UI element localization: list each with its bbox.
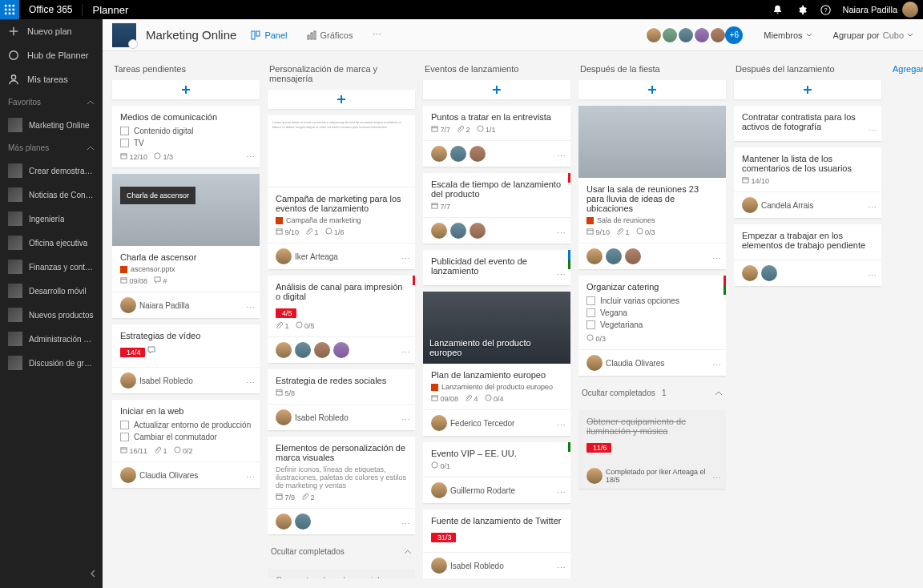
add-bucket-button[interactable]: Agregar nue <box>889 61 923 578</box>
checklist-item[interactable]: Actualizar entorno de producción <box>120 419 252 431</box>
notifications-icon[interactable] <box>766 0 790 19</box>
checkbox-icon[interactable] <box>120 421 129 429</box>
checklist-item[interactable]: Contenido digital <box>120 125 252 137</box>
card-more-icon[interactable]: ⋯ <box>557 228 566 239</box>
favorite-plan[interactable]: Marketing Online <box>0 113 103 137</box>
plan-item[interactable]: Discusión de grupo <box>0 351 103 375</box>
tab-panel[interactable]: Panel <box>246 27 292 43</box>
task-card[interactable]: Charla de ascensorCharla de ascensorasce… <box>112 174 260 318</box>
plan-item[interactable]: Desarrollo móvil <box>0 279 103 303</box>
task-card[interactable]: Conceptos de redes sociales20/12/2016Com… <box>268 569 415 578</box>
checkbox-icon[interactable] <box>586 296 595 305</box>
member-facepile[interactable]: +6 <box>648 26 743 44</box>
plan-item[interactable]: Oficina ejecutiva <box>0 231 103 255</box>
bucket-title[interactable]: Eventos de lanzamiento <box>423 61 570 80</box>
card-more-icon[interactable]: ⋯ <box>868 271 877 281</box>
task-card[interactable]: Empezar a trabajar en los elementos de t… <box>734 224 881 286</box>
card-more-icon[interactable]: ⋯ <box>712 360 721 371</box>
card-more-icon[interactable]: ⋯ <box>557 421 566 431</box>
collapse-sidebar-icon[interactable] <box>88 569 98 580</box>
card-more-icon[interactable]: ⋯ <box>401 519 410 530</box>
plan-item[interactable]: Administración de pro... <box>0 327 103 351</box>
card-more-icon[interactable]: ⋯ <box>557 563 566 574</box>
checklist-item[interactable]: Vegana <box>586 307 718 319</box>
new-plan-button[interactable]: Nuevo plan <box>0 19 103 43</box>
add-task-button[interactable] <box>734 80 881 99</box>
card-more-icon[interactable]: ⋯ <box>246 303 255 313</box>
group-by-dropdown[interactable]: Agrupar por Cubo <box>833 30 913 40</box>
task-card[interactable]: Estrategias de vídeo14/4 Isabel Robledo⋯ <box>112 324 260 393</box>
help-icon[interactable]: ? <box>814 0 838 19</box>
task-card[interactable]: Medios de comunicaciónContenido digitalT… <box>112 106 260 167</box>
add-task-button[interactable] <box>423 80 570 99</box>
card-more-icon[interactable]: ⋯ <box>401 415 410 425</box>
task-card[interactable]: Análisis de canal para impresión o digit… <box>268 276 415 363</box>
tab-charts[interactable]: Gráficos <box>302 27 358 43</box>
task-card[interactable]: Iniciar en la webActualizar entorno de p… <box>112 400 260 488</box>
bucket-title[interactable]: Personalización de marca y mensajería <box>268 61 415 90</box>
task-card[interactable]: Lanzamiento del producto europeoPlan de … <box>423 292 570 436</box>
task-card[interactable]: Escala de tiempo de lanzamiento del prod… <box>423 173 570 244</box>
card-more-icon[interactable]: ⋯ <box>868 203 877 213</box>
task-card[interactable]: Obtener equipamiento de iluminación y mú… <box>578 410 726 489</box>
add-task-button[interactable] <box>578 80 726 99</box>
more-plans-header[interactable]: Más planes <box>0 137 103 159</box>
members-dropdown[interactable]: Miembros <box>764 30 812 40</box>
checklist-item[interactable]: Vegetariana <box>586 319 718 331</box>
checkbox-icon[interactable] <box>120 127 129 135</box>
plan-name: Administración de pro... <box>29 335 95 344</box>
card-more-icon[interactable]: ⋯ <box>246 473 255 483</box>
my-tasks-button[interactable]: Mis tareas <box>0 67 103 91</box>
checkbox-icon[interactable] <box>120 139 129 147</box>
favorites-header[interactable]: Favoritos <box>0 91 103 113</box>
plan-item[interactable]: Ingeniería <box>0 207 103 231</box>
task-card[interactable]: Publicidad del evento de lanzamiento⋯ <box>423 250 570 285</box>
checklist-item[interactable]: TV <box>120 137 252 149</box>
card-more-icon[interactable]: ⋯ <box>712 254 721 264</box>
task-card[interactable]: Fuente de lanzamiento de Twitter31/3Isab… <box>423 509 570 578</box>
app-launcher[interactable] <box>0 0 19 19</box>
checklist-item[interactable]: Cambiar el conmutador <box>120 431 252 443</box>
task-card[interactable]: Usar la sala de reuniones 23 para lluvia… <box>578 106 726 269</box>
task-card[interactable]: Estrategia de redes sociales 5/8Isabel R… <box>268 369 415 430</box>
card-more-icon[interactable]: ⋯ <box>557 488 566 498</box>
svg-rect-48 <box>432 203 437 208</box>
checkbox-icon[interactable] <box>586 320 595 329</box>
card-more-icon[interactable]: ⋯ <box>401 254 410 264</box>
plan-item[interactable]: Noticias de Contoso <box>0 183 103 207</box>
card-more-icon[interactable]: ⋯ <box>401 348 410 358</box>
hide-completed-toggle[interactable]: Ocultar completados <box>268 541 415 562</box>
card-more-icon[interactable]: ⋯ <box>557 270 566 280</box>
task-card[interactable]: Mantener la lista de los comentarios de … <box>734 147 881 218</box>
user-avatar[interactable] <box>902 2 918 18</box>
plan-item[interactable]: Finanzas y contabilidad <box>0 255 103 279</box>
task-card[interactable]: Evento VIP – EE. UU. 0/1Guillermo Rodart… <box>423 442 570 503</box>
category-stripe <box>568 442 570 452</box>
task-card[interactable]: Lorem ipsum dolor sit amet consectetur a… <box>268 115 415 269</box>
more-tabs-icon[interactable]: ⋯ <box>368 26 386 43</box>
card-more-icon[interactable]: ⋯ <box>557 151 566 162</box>
add-task-button[interactable] <box>112 80 260 99</box>
checklist-item[interactable]: Incluir varias opciones <box>586 295 718 307</box>
task-card[interactable]: Contratar contratista para los activos d… <box>734 106 881 141</box>
plan-item[interactable]: Nuevos productos <box>0 303 103 327</box>
card-more-icon[interactable]: ⋯ <box>712 473 721 484</box>
bucket-title[interactable]: Tareas pendientes <box>112 61 260 80</box>
card-more-icon[interactable]: ⋯ <box>246 152 255 163</box>
add-task-button[interactable] <box>268 90 415 109</box>
card-more-icon[interactable]: ⋯ <box>868 126 877 136</box>
settings-icon[interactable] <box>790 0 814 19</box>
card-assignees <box>268 336 415 363</box>
hide-completed-toggle[interactable]: Ocultar completados 1 <box>578 382 726 404</box>
task-card[interactable]: Elementos de personalización de marca vi… <box>268 437 415 534</box>
bucket-title[interactable]: Después de la fiesta <box>578 61 726 80</box>
checkbox-icon[interactable] <box>586 308 595 317</box>
task-card[interactable]: Puntos a tratar en la entrevista 7/7 2 1… <box>423 106 570 167</box>
checkbox-icon[interactable] <box>120 433 129 441</box>
assignee-avatar <box>586 468 603 484</box>
bucket-title[interactable]: Después del lanzamiento <box>734 61 881 80</box>
card-more-icon[interactable]: ⋯ <box>246 378 255 389</box>
plan-item[interactable]: Crear demostración <box>0 159 103 183</box>
planner-hub-button[interactable]: Hub de Planner <box>0 43 103 67</box>
task-card[interactable]: Organizar cateringIncluir varias opcione… <box>578 276 726 376</box>
